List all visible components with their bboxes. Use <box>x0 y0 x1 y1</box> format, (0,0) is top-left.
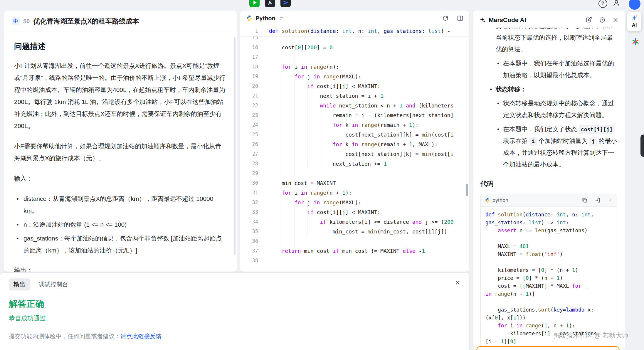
code-area[interactable]: 15 16 cost[0][200] = 017 18 for i in ran… <box>240 36 469 272</box>
code-block-body: def solution(distance: int, n: int,gas_s… <box>481 207 617 350</box>
ai-code-block: python def solution(distance: int, n: in… <box>480 194 617 350</box>
input-label: 输入： <box>14 172 227 184</box>
code-line: 33 if cost[i][j] < MAXINT: <box>240 207 469 217</box>
page-scrollbar[interactable] <box>640 134 644 157</box>
code-line: 15 <box>240 36 469 43</box>
line-number: 38 <box>240 256 258 265</box>
watermark: 掘金技术社区 @ 芯动大师 <box>554 331 628 340</box>
code-line: 27 cost[next_station][k] = min(cost[i <box>240 149 469 159</box>
ai-bullet: 在本题中，我们在每个加油站选择最优的加油策略，以期望最小化总成本。 <box>503 58 617 81</box>
language-tab[interactable]: Python <box>255 15 275 22</box>
problem-paragraph: 小F需要你帮助他计算，如果合理规划加油站的加油顺序和数量，最小化从青海湖到景点X… <box>14 140 227 164</box>
ai-code-line <box>485 258 612 266</box>
feedback-text: 提交功能内测体验中，任何问题或者建议：请点此链接反馈 <box>9 332 459 340</box>
user-avatar[interactable] <box>628 0 641 11</box>
ai-code-line: (x[0], x[1])) <box>485 314 612 322</box>
ai-extension-badge[interactable]: AI <box>627 12 641 31</box>
ai-text: 当前状态下最优的选择，以期望达到全局最优的算法。 <box>496 32 617 55</box>
editor-header: Python <box>240 11 469 26</box>
ai-code-line: gas_stations.sort(key=lambda x: <box>485 306 612 314</box>
person-icon <box>268 0 273 5</box>
python-icon <box>246 15 253 21</box>
code-line: 29 <box>240 169 469 178</box>
submit-button[interactable] <box>280 0 291 7</box>
code-line: 18 for i in range(n): <box>240 62 469 72</box>
tab-debug-console[interactable]: 调试控制台 <box>39 280 68 288</box>
ai-assistant-panel: MarsCode AI 贪心算法的核心思想是在每一步选择中都采取 当前状态下最优… <box>473 11 625 350</box>
close-icon[interactable] <box>613 17 618 23</box>
ai-code-line: def solution(distance: int, n: int, <box>485 211 612 219</box>
problem-scrollbar[interactable] <box>234 37 236 255</box>
ai-bullet: 在本题中，我们定义了状态 cost[i][j] 表示在第 i 个加油站时油量为 … <box>503 123 617 170</box>
result-title: 解答正确 <box>9 298 459 310</box>
inline-code-chip: cost[i][j] <box>579 125 615 134</box>
line-number: 34 <box>240 217 258 227</box>
invite-button[interactable] <box>265 0 275 7</box>
code-line: 24 for k in range(remain + 1): <box>240 120 469 130</box>
line-number: 18 <box>240 62 258 72</box>
line-number: 16 <box>240 43 258 52</box>
help-icon[interactable]: ? <box>598 0 607 8</box>
insert-code-icon[interactable] <box>595 197 601 203</box>
line-number: 26 <box>240 139 258 149</box>
code-line: 37 return min_cost if min_cost != MAXINT… <box>240 246 469 256</box>
extension-icon[interactable] <box>631 38 640 46</box>
line-number: 27 <box>240 149 258 159</box>
code-line: 21 next_station = i + 1 <box>240 91 469 101</box>
refresh-icon[interactable] <box>442 15 449 21</box>
inline-code-chip: j <box>589 137 597 146</box>
line-number: 37 <box>240 246 258 256</box>
line-number: 24 <box>240 120 258 130</box>
code-line: 36 <box>240 236 469 246</box>
console-panel: 输出 调试控制台 × 解答正确 恭喜成功通过 提交功能内测体验中，任何问题或者建… <box>0 273 469 350</box>
code-line: 34 if kilometers[i] <= distance and j >=… <box>240 217 469 227</box>
tab-output[interactable]: 输出 <box>9 278 30 290</box>
line-number: 17 <box>240 52 258 62</box>
ai-code-line: kilometers = [0] * (n + 1) <box>485 266 612 274</box>
line-number: 22 <box>240 101 258 110</box>
sticky-code-line: 1 def solution(distance: int, n: int, ga… <box>240 26 469 36</box>
history-icon[interactable] <box>599 17 606 23</box>
line-number: 1 <box>240 26 258 36</box>
run-button[interactable] <box>249 0 260 7</box>
feedback-link[interactable]: 请点此链接反馈 <box>120 333 162 339</box>
problem-content: 问题描述 小F计划从青海湖出发，前往一个遥远的景点X进行旅游。景点X可能是“敦煌… <box>4 32 237 272</box>
code-line: 25 cost[next_station][k] = min(cost[i <box>240 130 469 139</box>
ai-panel-title: MarsCode AI <box>489 16 526 23</box>
line-number: 31 <box>240 188 258 198</box>
editor-panel: Python 1 def solution(distance: int, n: … <box>240 11 469 272</box>
ai-bullet-bold: 状态转移： <box>496 83 617 95</box>
problem-header: 中 50 优化青海湖至景点X的租车路线成本 <box>4 11 237 32</box>
code-line: 20 if cost[i][j] < MAXINT: <box>240 81 469 91</box>
input-list: distance：从青海湖到景点X的总距离（km），距离最远不超过 10000 … <box>14 193 227 256</box>
paper-plane-icon <box>283 0 288 5</box>
ai-code-line: MAXINT = float('inf') <box>485 250 612 258</box>
section-description-heading: 问题描述 <box>14 41 227 53</box>
close-icon[interactable]: × <box>455 279 460 287</box>
sparkle-icon[interactable] <box>608 198 613 203</box>
ai-code-line <box>485 298 612 306</box>
ai-chat-input[interactable] <box>476 346 620 350</box>
output-label: 输出： <box>14 264 227 272</box>
line-number: 23 <box>240 110 258 120</box>
code-line: 32 for j in range(MAXL): <box>240 198 469 207</box>
sticky-code-text: def solution(distance: int, n: int, gas_… <box>258 26 450 36</box>
ai-panel-header: MarsCode AI <box>473 11 625 27</box>
new-chat-icon[interactable] <box>586 17 592 23</box>
line-number: 28 <box>240 159 258 169</box>
code-line: 31 for i in range(n + 1): <box>240 188 469 198</box>
copy-icon[interactable] <box>582 197 588 203</box>
line-number: 35 <box>240 227 258 236</box>
ai-bullet: 状态转移是动态规划中的核心概念，通过定义状态和状态转移方程来解决问题。 <box>503 97 617 121</box>
code-line: 19 for j in range(MAXL): <box>240 72 469 81</box>
language-switch-icon[interactable] <box>278 16 284 21</box>
line-number: 30 <box>240 178 258 188</box>
code-line: 30 min_cost = MAXINT <box>240 178 469 188</box>
code-line: 17 <box>240 52 469 62</box>
list-item: gas_stations：每个加油站的信息，包含两个非负整数 [加油站距离起始点… <box>14 232 227 256</box>
play-icon <box>253 1 257 5</box>
ai-code-line: price = [0] * (n + 1) <box>485 274 612 282</box>
account-icon[interactable] <box>613 0 620 7</box>
ai-code-line: for i in range(1, n + 1): <box>485 322 612 330</box>
layout-toggle-icon[interactable] <box>457 15 463 21</box>
